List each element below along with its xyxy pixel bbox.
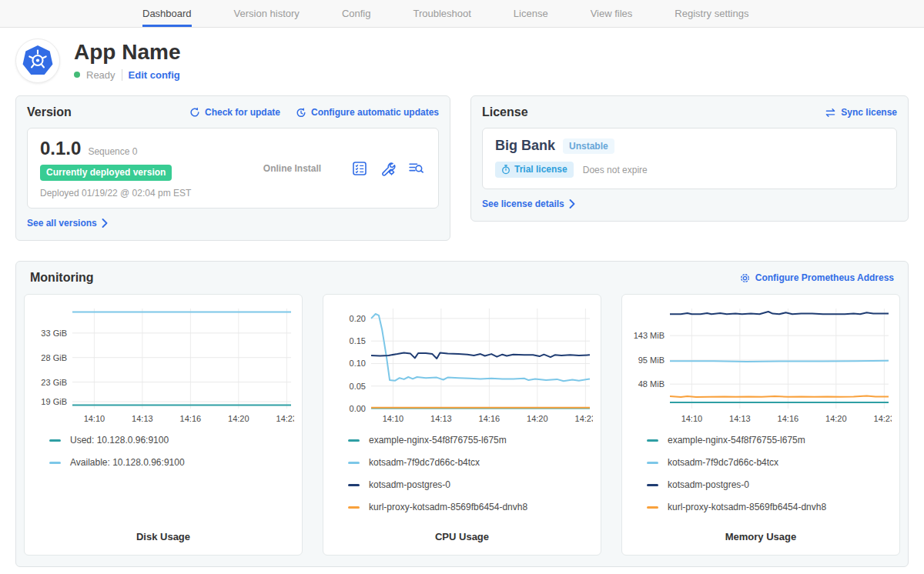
tab-config[interactable]: Config (342, 0, 371, 27)
chart-plot: 19 GiB23 GiB28 GiB33 GiB14:1014:1314:161… (32, 304, 294, 429)
checklist-icon (352, 161, 367, 176)
svg-text:14:16: 14:16 (479, 414, 500, 423)
configure-prometheus-link[interactable]: Configure Prometheus Address (739, 272, 894, 284)
chart-title: CPU Usage (331, 531, 593, 546)
kubernetes-icon (22, 45, 54, 77)
see-license-details-link[interactable]: See license details (482, 199, 575, 209)
svg-text:0.00: 0.00 (350, 404, 366, 413)
legend-item: kotsadm-7f9dc7d66c-b4tcx (348, 457, 593, 468)
top-nav: DashboardVersion historyConfigTroublesho… (0, 0, 924, 28)
sync-license-link[interactable]: Sync license (825, 107, 897, 118)
tab-troubleshoot[interactable]: Troubleshoot (413, 0, 470, 27)
sync-arrows-icon (825, 108, 836, 118)
svg-text:14:20: 14:20 (825, 414, 847, 423)
divider (122, 69, 122, 81)
cpu-usage-chart-card: 0.000.050.100.150.2014:1014:1314:1614:20… (323, 294, 601, 556)
legend-label: kotsadm-7f9dc7d66c-b4tcx (369, 457, 480, 468)
legend-label: kurl-proxy-kotsadm-8569fb6454-dnvh8 (668, 502, 826, 512)
tab-registry-settings[interactable]: Registry settings (675, 0, 748, 27)
legend-item: Used: 10.128.0.96:9100 (49, 435, 294, 446)
tab-license[interactable]: License (514, 0, 548, 27)
license-panel: Big Bank Unstable Trial license Does not… (482, 128, 897, 189)
legend-item: kurl-proxy-kotsadm-8569fb6454-dnvh8 (348, 502, 593, 512)
svg-text:0.15: 0.15 (350, 336, 366, 345)
version-number: 0.1.0 (40, 138, 81, 159)
legend-label: Available: 10.128.0.96:9100 (70, 457, 185, 468)
legend-item: kurl-proxy-kotsadm-8569fb6454-dnvh8 (647, 502, 892, 512)
app-name: App Name (74, 42, 180, 63)
legend-label: kotsadm-postgres-0 (668, 479, 749, 490)
version-card: Version Check for update Configure au (15, 95, 450, 241)
chart-legend: example-nginx-54f8f76755-l675mkotsadm-7f… (647, 435, 892, 524)
legend-label: example-nginx-54f8f76755-l675m (668, 435, 805, 446)
license-card: License Sync license Big Bank Unstable (470, 95, 909, 222)
tab-view-files[interactable]: View files (591, 0, 633, 27)
svg-text:14:16: 14:16 (778, 414, 799, 423)
svg-text:14:23: 14:23 (575, 414, 593, 423)
edit-config-button[interactable] (380, 160, 396, 176)
svg-text:14:10: 14:10 (84, 414, 105, 423)
legend-color-dash (49, 462, 61, 464)
version-card-title: Version (27, 105, 72, 119)
stopwatch-icon (501, 165, 511, 175)
chart-title: Memory Usage (630, 531, 892, 546)
legend-label: example-nginx-54f8f76755-l675m (369, 435, 507, 446)
svg-text:14:23: 14:23 (874, 414, 892, 423)
svg-text:14:20: 14:20 (527, 414, 548, 423)
license-card-title: License (482, 105, 528, 119)
logs-search-icon (408, 160, 424, 176)
legend-item: example-nginx-54f8f76755-l675m (348, 435, 593, 446)
channel-badge: Unstable (563, 138, 614, 154)
legend-item: Available: 10.128.0.96:9100 (49, 457, 294, 468)
svg-text:48 MiB: 48 MiB (638, 379, 665, 389)
app-title-block: App Name Ready Edit config (74, 42, 180, 81)
chart-plot: 48 MiB95 MiB143 MiB14:1014:1314:1614:201… (630, 304, 892, 429)
app-logo (15, 38, 60, 83)
preflight-checks-button[interactable] (352, 161, 367, 176)
license-type-badge: Trial license (495, 162, 574, 178)
legend-color-dash (348, 506, 360, 509)
charts-row: 19 GiB23 GiB28 GiB33 GiB14:1014:1314:161… (24, 294, 900, 556)
svg-text:28 GiB: 28 GiB (41, 353, 67, 362)
legend-color-dash (49, 439, 61, 442)
version-sequence: Sequence 0 (88, 146, 137, 157)
cards-row: Version Check for update Configure au (0, 95, 924, 241)
svg-text:0.20: 0.20 (350, 314, 366, 323)
svg-text:0.05: 0.05 (350, 382, 366, 391)
monitoring-title: Monitoring (30, 271, 94, 285)
disk-usage-chart-card: 19 GiB23 GiB28 GiB33 GiB14:1014:1314:161… (24, 294, 303, 556)
license-customer-name: Big Bank (495, 138, 555, 154)
deployed-version-panel: 0.1.0 Sequence 0 Currently deployed vers… (27, 128, 439, 209)
legend-color-dash (348, 484, 360, 486)
svg-text:19 GiB: 19 GiB (41, 397, 67, 406)
legend-item: kotsadm-postgres-0 (647, 479, 892, 490)
edit-config-link[interactable]: Edit config (129, 69, 180, 81)
svg-text:14:13: 14:13 (729, 414, 751, 423)
tab-version-history[interactable]: Version history (234, 0, 300, 27)
ready-status-dot (74, 72, 80, 78)
svg-text:14:20: 14:20 (228, 414, 249, 423)
chevron-right-icon (102, 219, 108, 228)
see-all-versions-link[interactable]: See all versions (27, 218, 108, 229)
tab-dashboard[interactable]: Dashboard (142, 0, 192, 27)
svg-text:143 MiB: 143 MiB (634, 331, 665, 340)
chart-legend: Used: 10.128.0.96:9100Available: 10.128.… (49, 435, 294, 479)
check-for-update-link[interactable]: Check for update (189, 107, 280, 118)
view-deploy-logs-button[interactable] (408, 160, 424, 176)
svg-text:33 GiB: 33 GiB (41, 329, 67, 338)
configure-auto-updates-link[interactable]: Configure automatic updates (296, 107, 439, 118)
refresh-icon (189, 107, 200, 118)
svg-text:0.10: 0.10 (350, 359, 366, 368)
legend-item: kotsadm-postgres-0 (348, 479, 593, 490)
install-type: Online Install (233, 163, 352, 174)
memory-usage-chart-card: 48 MiB95 MiB143 MiB14:1014:1314:1614:201… (621, 294, 900, 556)
chart-legend: example-nginx-54f8f76755-l675mkotsadm-7f… (348, 435, 593, 524)
legend-color-dash (348, 462, 360, 464)
legend-color-dash (647, 484, 658, 486)
legend-label: kurl-proxy-kotsadm-8569fb6454-dnvh8 (369, 502, 527, 512)
chevron-right-icon (569, 199, 575, 209)
svg-text:14:13: 14:13 (430, 414, 452, 423)
legend-color-dash (647, 439, 658, 442)
legend-label: Used: 10.128.0.96:9100 (70, 435, 169, 446)
legend-label: kotsadm-7f9dc7d66c-b4tcx (668, 457, 778, 468)
